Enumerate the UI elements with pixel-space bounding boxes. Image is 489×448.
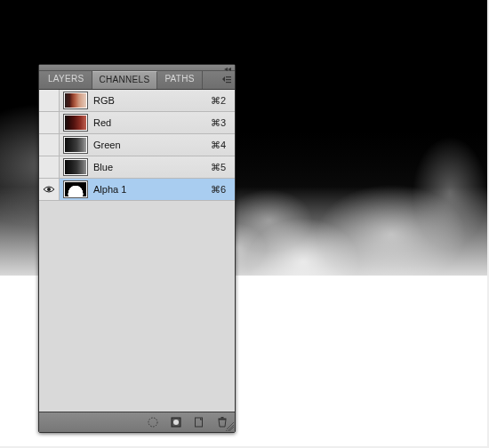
channel-thumbnail xyxy=(63,136,88,154)
channel-list: RGB⌘2Red⌘3Green⌘4Blue⌘5Alpha 1⌘6 xyxy=(39,90,235,412)
channel-row[interactable]: Red⌘3 xyxy=(39,112,235,134)
visibility-toggle[interactable] xyxy=(39,179,60,200)
channel-thumbnail xyxy=(63,158,88,176)
channel-thumbnail xyxy=(63,114,88,132)
svg-rect-9 xyxy=(221,417,224,419)
channel-label: RGB xyxy=(93,95,211,106)
svg-rect-8 xyxy=(219,419,227,420)
channel-label: Red xyxy=(93,117,211,128)
svg-rect-1 xyxy=(226,79,231,80)
panel-menu-button[interactable] xyxy=(219,71,235,89)
svg-point-3 xyxy=(47,188,51,191)
channel-row[interactable]: Green⌘4 xyxy=(39,134,235,156)
channel-row[interactable]: Alpha 1⌘6 xyxy=(39,179,235,201)
tab-layers[interactable]: LAYERS xyxy=(41,71,92,89)
panel-resize-handle[interactable] xyxy=(225,422,234,431)
eye-icon xyxy=(43,185,55,194)
new-channel-button[interactable] xyxy=(192,415,206,429)
visibility-toggle[interactable] xyxy=(39,134,60,156)
svg-rect-2 xyxy=(226,82,231,83)
visibility-toggle[interactable] xyxy=(39,112,60,133)
svg-point-4 xyxy=(148,418,157,427)
channels-panel: ◂◂ LAYERS CHANNELS PATHS RGB⌘2Red⌘3Green… xyxy=(38,64,236,433)
channel-label: Blue xyxy=(93,162,211,172)
channel-thumbnail xyxy=(63,92,88,109)
svg-rect-0 xyxy=(226,76,231,77)
channel-shortcut: ⌘6 xyxy=(211,184,235,196)
channel-shortcut: ⌘5 xyxy=(211,162,235,173)
channel-row[interactable]: RGB⌘2 xyxy=(39,90,235,112)
channel-thumbnail xyxy=(63,180,88,198)
visibility-toggle[interactable] xyxy=(39,90,60,111)
channel-shortcut: ⌘2 xyxy=(211,95,235,107)
channel-label: Alpha 1 xyxy=(93,184,211,195)
tab-channels[interactable]: CHANNELS xyxy=(92,71,158,89)
channel-label: Green xyxy=(93,140,211,150)
svg-point-6 xyxy=(173,420,179,425)
load-selection-button[interactable] xyxy=(146,415,160,429)
channel-row[interactable]: Blue⌘5 xyxy=(39,156,235,179)
save-selection-button[interactable] xyxy=(169,415,183,429)
panel-footer xyxy=(39,412,235,432)
channel-shortcut: ⌘4 xyxy=(211,140,235,151)
panel-collapse-bar[interactable]: ◂◂ xyxy=(39,65,235,71)
panel-tab-row: LAYERS CHANNELS PATHS xyxy=(39,71,235,90)
tab-paths[interactable]: PATHS xyxy=(157,71,202,89)
document-canvas: { "tabs": { "layers": "LAYERS", "channel… xyxy=(0,0,489,448)
channel-shortcut: ⌘3 xyxy=(211,117,235,129)
visibility-toggle[interactable] xyxy=(39,156,60,178)
